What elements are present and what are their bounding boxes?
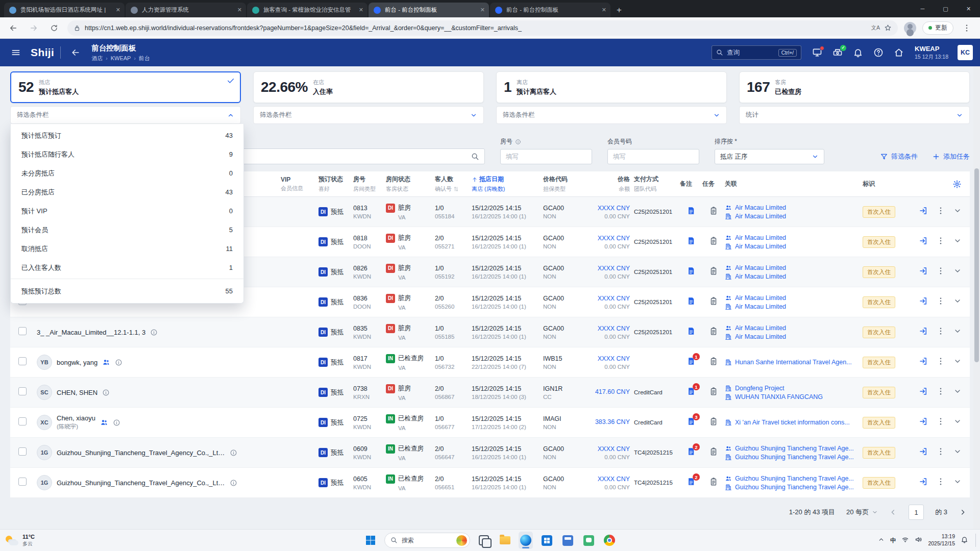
expand-row-icon[interactable] xyxy=(953,237,962,247)
arrivals-filter-option[interactable]: 未分房抵店 0 xyxy=(11,164,243,183)
taskbar-clock[interactable]: 13:19 2025/12/15 xyxy=(928,533,955,547)
price-value[interactable]: XXXX CNY xyxy=(583,445,630,453)
notifications-bell-icon[interactable] xyxy=(849,44,867,61)
search-icon[interactable] xyxy=(471,153,479,161)
prev-page-icon[interactable] xyxy=(889,508,897,516)
show-desktop-button[interactable] xyxy=(975,534,976,547)
linked-profile[interactable]: Air Macau Limited xyxy=(725,303,863,310)
reservation-row[interactable]: XC Chen, xiaoyu (陈晓宇) DI 预抵 0725 KWDN IN… xyxy=(10,408,970,438)
property-block[interactable]: KWEAP 15 12月 13:18 xyxy=(915,45,948,61)
file-explorer-icon[interactable] xyxy=(498,532,512,549)
help-icon[interactable] xyxy=(870,44,887,61)
price-value[interactable]: XXXX CNY xyxy=(583,295,630,302)
maximize-button[interactable]: ▢ xyxy=(934,0,957,17)
row-menu-icon[interactable] xyxy=(936,236,945,247)
header-back-icon[interactable] xyxy=(67,44,84,61)
page-size-select[interactable]: 20 每页 xyxy=(846,508,878,517)
linked-profile[interactable]: Guizhou Shunjing Tiancheng Travel Age... xyxy=(725,454,863,461)
expand-row-icon[interactable] xyxy=(953,417,962,428)
notes-icon[interactable]: 3 xyxy=(687,417,696,426)
tasks-icon[interactable] xyxy=(709,389,718,397)
linked-profile[interactable]: Air Macau Limited xyxy=(725,264,863,271)
linked-profile[interactable]: Air Macau Limited xyxy=(725,324,863,332)
hamburger-menu-icon[interactable] xyxy=(7,44,24,61)
tasks-icon[interactable] xyxy=(709,479,718,488)
card-rooms[interactable]: 167 客房已检查房 xyxy=(739,71,970,103)
expand-row-icon[interactable] xyxy=(953,357,962,367)
tasks-icon[interactable] xyxy=(709,268,718,277)
bookmark-star-icon[interactable] xyxy=(884,24,892,32)
breadcrumb-hotel[interactable]: 酒店 xyxy=(91,55,103,62)
browser-profile-avatar[interactable] xyxy=(904,22,916,34)
breadcrumb-property[interactable]: KWEAP xyxy=(111,55,131,61)
current-page[interactable]: 1 xyxy=(909,505,924,520)
price-value[interactable]: 417.60 CNY xyxy=(583,388,630,395)
linked-profile[interactable]: Air Macau Limited xyxy=(725,213,863,220)
check-in-icon[interactable] xyxy=(919,387,928,398)
tasks-icon[interactable] xyxy=(709,329,718,337)
notes-icon[interactable]: 1 xyxy=(687,387,696,396)
row-menu-icon[interactable] xyxy=(936,417,945,428)
room-number[interactable]: 0813 xyxy=(353,205,386,212)
browser-tab[interactable]: 前台 - 前台控制面板 ✕ xyxy=(490,3,610,17)
linked-profile[interactable]: Guizhou Shunjing Tiancheng Travel Age... xyxy=(725,445,863,452)
reservation-row[interactable]: YB bongwk, yang DI 预抵 0817 KWDN IN已检查房 V… xyxy=(10,347,970,378)
browser-tab[interactable]: 旅客查询 - 紫檀旅馆业治安信息管 ✕ xyxy=(247,3,368,17)
tasks-icon[interactable] xyxy=(709,449,718,458)
guest-info-icon[interactable] xyxy=(115,359,122,366)
guest-info-icon[interactable] xyxy=(230,479,237,487)
linked-profile[interactable]: Air Macau Limited xyxy=(725,333,863,340)
guest-info-icon[interactable] xyxy=(102,389,110,396)
browser-tab[interactable]: 贵阳机场智选假日酒店系统网址 | ✕ xyxy=(4,3,125,17)
breadcrumb-frontdesk[interactable]: 前台 xyxy=(139,55,150,62)
forward-icon[interactable] xyxy=(27,21,41,35)
user-avatar[interactable]: KC xyxy=(958,45,973,60)
task-view-icon[interactable] xyxy=(477,532,491,549)
card-rooms-stats-dropdown[interactable]: 统计 xyxy=(739,106,970,124)
check-in-icon[interactable] xyxy=(919,477,928,488)
cashier-icon[interactable]: ✓ xyxy=(829,44,846,61)
accompanying-guests-icon[interactable] xyxy=(100,418,108,427)
price-value[interactable]: XXXX CNY xyxy=(583,235,630,242)
global-search-input[interactable]: 查询 Ctrl+/ xyxy=(712,45,801,60)
arrivals-filter-option[interactable]: 预计抵店预订 43 xyxy=(11,126,243,145)
browser-update-button[interactable]: 更新 xyxy=(922,21,953,35)
tasks-icon[interactable] xyxy=(709,419,718,428)
linked-profile[interactable]: Dongfeng Project xyxy=(725,385,863,392)
workstation-icon[interactable] xyxy=(808,44,826,61)
room-number[interactable]: 0725 xyxy=(353,415,386,422)
check-in-icon[interactable] xyxy=(919,327,928,338)
store-icon[interactable] xyxy=(540,532,554,549)
linked-profile[interactable]: Hunan Sanhe International Travel Agen... xyxy=(725,359,863,366)
guest-name[interactable]: bongwk, yang xyxy=(57,359,97,366)
notes-icon[interactable]: 1 xyxy=(687,357,696,366)
check-in-icon[interactable] xyxy=(919,266,928,278)
room-number-input[interactable]: 填写 xyxy=(500,149,592,164)
guest-info-icon[interactable] xyxy=(230,449,237,457)
tab-close-icon[interactable]: ✕ xyxy=(116,7,120,13)
row-checkbox[interactable] xyxy=(18,478,27,486)
row-checkbox[interactable] xyxy=(18,387,27,395)
back-icon[interactable] xyxy=(6,21,20,35)
card-arrivals[interactable]: 52 抵店预计抵店客人 xyxy=(10,71,241,103)
linked-profile[interactable]: Air Macau Limited xyxy=(725,243,863,250)
sort-column-arrival[interactable]: 抵店日期离店 (房晚数) xyxy=(472,175,543,193)
tasks-icon[interactable] xyxy=(709,208,718,217)
arrivals-filter-option[interactable]: 预计 VIP 0 xyxy=(11,202,243,220)
check-in-icon[interactable] xyxy=(919,417,928,428)
expand-row-icon[interactable] xyxy=(953,327,962,337)
price-value[interactable]: XXXX CNY xyxy=(583,205,630,212)
member-number-input[interactable]: 填写 xyxy=(607,149,699,164)
row-menu-icon[interactable] xyxy=(936,206,945,217)
tab-close-icon[interactable]: ✕ xyxy=(359,7,363,13)
guest-name[interactable]: Chen, xiaoyu xyxy=(57,414,95,422)
tab-close-icon[interactable]: ✕ xyxy=(237,7,242,13)
linked-profile[interactable]: Air Macau Limited xyxy=(725,234,863,241)
ime-indicator[interactable]: 中 xyxy=(890,537,896,544)
taskbar-search[interactable]: 搜索 xyxy=(384,533,470,548)
arrivals-filter-option[interactable]: 预计会员 5 xyxy=(11,220,243,239)
reload-icon[interactable] xyxy=(47,21,61,35)
linked-profile[interactable]: Air Macau Limited xyxy=(725,294,863,302)
guest-name[interactable]: Guizhou_Shunjing_Tiancheng_Travel_Agency… xyxy=(57,479,225,487)
reservation-row[interactable]: SC CHEN, SHEN DI 预抵 0738 KRXN DI脏房 VA 2/… xyxy=(10,378,970,408)
